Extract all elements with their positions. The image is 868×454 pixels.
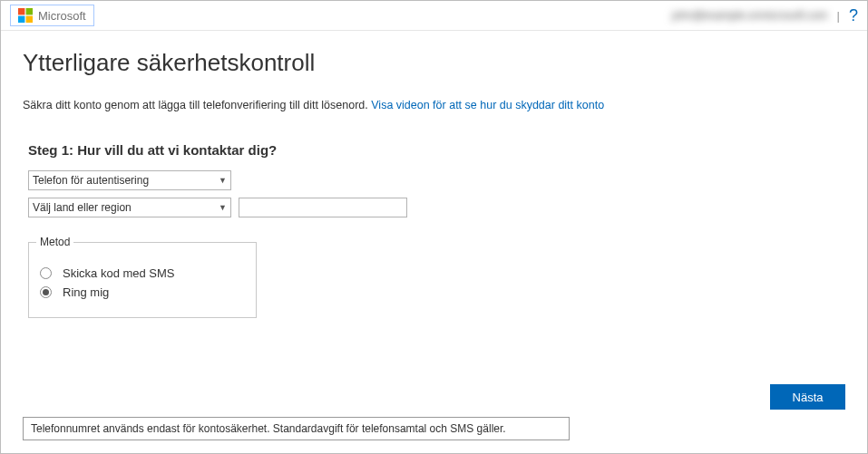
method-legend: Metod xyxy=(36,236,73,248)
country-value: Välj land eller region xyxy=(33,201,132,214)
chevron-down-icon: ▼ xyxy=(219,203,227,212)
page-description: Säkra ditt konto genom att lägga till te… xyxy=(23,99,845,111)
country-select[interactable]: Välj land eller region ▼ xyxy=(28,198,231,217)
svg-rect-3 xyxy=(26,16,33,23)
help-icon[interactable]: ? xyxy=(849,6,858,25)
user-email: john@example.onmicrosoft.com xyxy=(672,9,828,22)
radio-sms-label: Skicka kod med SMS xyxy=(63,266,175,280)
svg-rect-1 xyxy=(26,8,33,14)
divider: | xyxy=(837,9,840,23)
topbar: Microsoft john@example.onmicrosoft.com |… xyxy=(1,1,867,31)
topbar-right: john@example.onmicrosoft.com | ? xyxy=(672,6,858,25)
method-fieldset: Metod Skicka kod med SMS Ring mig xyxy=(28,236,257,318)
next-button[interactable]: Nästa xyxy=(770,384,845,410)
brand-box: Microsoft xyxy=(10,5,94,26)
contact-method-select[interactable]: Telefon för autentisering ▼ xyxy=(28,170,231,190)
window: Microsoft john@example.onmicrosoft.com |… xyxy=(0,0,868,454)
contact-method-value: Telefon för autentisering xyxy=(33,174,149,187)
desc-text: Säkra ditt konto genom att lägga till te… xyxy=(23,99,371,111)
svg-rect-0 xyxy=(18,8,24,14)
phone-input[interactable] xyxy=(239,198,407,217)
watch-video-link[interactable]: Visa videon för att se hur du skyddar di… xyxy=(371,99,604,111)
radio-call[interactable] xyxy=(40,286,52,298)
radio-call-label: Ring mig xyxy=(63,285,109,299)
brand-name: Microsoft xyxy=(38,9,86,23)
svg-rect-2 xyxy=(18,16,24,23)
microsoft-logo-icon xyxy=(18,8,33,23)
footer-note: Telefonnumret används endast för kontosä… xyxy=(23,417,570,440)
radio-sms[interactable] xyxy=(40,267,52,279)
page-title: Ytterligare säkerhetskontroll xyxy=(23,49,845,77)
step-label: Steg 1: Hur vill du att vi kontaktar dig… xyxy=(28,142,845,158)
chevron-down-icon: ▼ xyxy=(219,176,227,185)
content: Ytterligare säkerhetskontroll Säkra ditt… xyxy=(1,31,867,331)
